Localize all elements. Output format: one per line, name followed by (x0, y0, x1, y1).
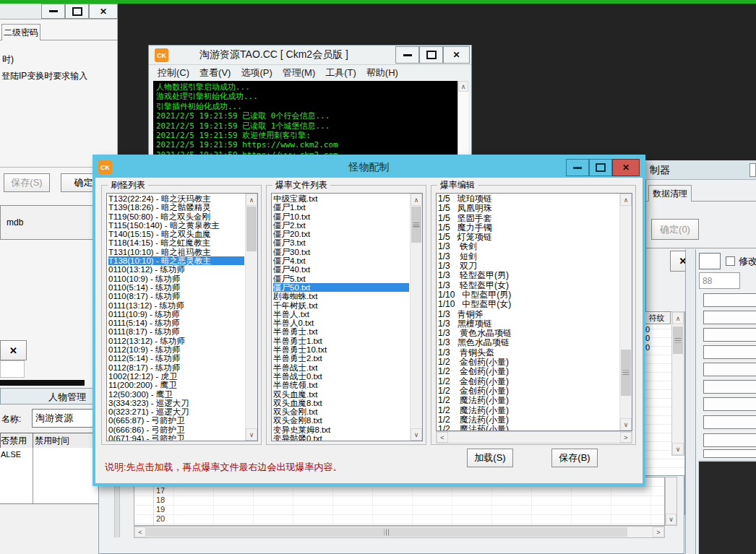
col-header-disabled[interactable]: 否禁用 (0, 433, 33, 449)
menu-item[interactable]: 管理(M) (283, 66, 316, 79)
list-item[interactable]: 1/3 短剑 (438, 252, 619, 261)
scrollbar-thumb[interactable] (621, 350, 631, 396)
list-item[interactable]: 双头血魔.txt (273, 390, 409, 399)
close-button[interactable]: ✕ (612, 159, 640, 176)
scroll-down-button[interactable]: ∨ (672, 443, 684, 455)
list-item[interactable]: T140(15:15) - 暗之双头血魔 (108, 230, 244, 238)
modify-checkbox[interactable] (726, 256, 735, 266)
grid-horizontal-scrollbar[interactable]: < > (134, 526, 665, 538)
list-item[interactable]: 1/2 金创药(小量) (438, 367, 619, 376)
list-item[interactable]: 0110(13:12) - 练功师 (108, 265, 244, 274)
small-tab[interactable] (0, 360, 25, 378)
minimize-button[interactable] (41, 4, 65, 19)
input-field[interactable] (703, 380, 756, 394)
list-item[interactable]: 僵尸30.txt (273, 248, 409, 256)
list-item[interactable]: 1/2 金创药(小量) (438, 358, 619, 367)
list-item[interactable]: T118(14:15) - 暗之虹魔教主 (108, 238, 244, 247)
list-item[interactable]: 半兽人.txt (273, 310, 409, 319)
list-item[interactable]: 僵尸3.txt (273, 238, 409, 247)
scroll-down-button[interactable]: ∨ (620, 418, 632, 430)
scrollbar-thumb[interactable] (146, 527, 627, 537)
vertical-scrollbar[interactable]: ∧ ∨ (619, 194, 632, 430)
list-item[interactable]: 1/3 黑色水晶项链 (438, 338, 619, 347)
list-item[interactable]: 1/3 黄色水晶项链 (438, 329, 619, 338)
maximize-button[interactable] (65, 4, 89, 19)
list-item[interactable]: 1/2 魔法药(小量) (438, 406, 619, 415)
list-item[interactable]: 0(323:271) - 巡逻大刀 (108, 407, 244, 416)
scroll-up-button[interactable]: ∧ (411, 194, 422, 206)
list-item[interactable]: 双头金刚.txt (273, 407, 409, 416)
scroll-down-button[interactable]: ∨ (666, 514, 676, 525)
monster-list-items[interactable]: T132(22:24) - 暗之沃玛教主T139(18:26) - 暗之骷髅精灵… (108, 194, 244, 441)
grid-vertical-scrollbar[interactable]: ∨ (665, 477, 677, 526)
scroll-up-button[interactable]: ∧ (458, 81, 468, 92)
droprate-file-items[interactable]: 中级宝藏.txt僵尸1.txt僵尸10.txt僵尸2.txt僵尸20.txt僵尸… (273, 194, 409, 441)
menu-item[interactable]: 选项(P) (241, 66, 272, 79)
list-item[interactable]: 0111(8:17) - 练功师 (108, 327, 244, 336)
list-item[interactable]: T131(10:10) - 暗之祖玛教主 (108, 248, 244, 256)
list-item[interactable]: 1/3 轻型盔甲(男) (438, 271, 619, 280)
maximize-button[interactable] (589, 159, 612, 176)
save-button[interactable]: 保存(B) (551, 449, 598, 467)
list-item[interactable]: 半兽勇士10.txt (273, 345, 409, 354)
list-item[interactable]: T115(150:140) - 暗之黄泉教主 (108, 221, 244, 230)
maximize-button[interactable] (419, 46, 443, 64)
console-scrollbar[interactable]: ∧ (458, 81, 468, 160)
list-item[interactable]: 1/10 中型盔甲(男) (438, 290, 619, 300)
tab-data-cleanup[interactable]: 数据清理 (648, 185, 692, 202)
list-item[interactable]: 1/3 轻型盔甲(女) (438, 281, 619, 290)
small-close-button[interactable]: ✕ (0, 340, 27, 360)
scroll-up-button[interactable]: ∧ (672, 312, 684, 324)
menu-item[interactable]: 查看(V) (199, 66, 231, 79)
minimize-button[interactable] (566, 159, 589, 176)
droprate-editor-items[interactable]: 1/5 琥珀项链1/5 凤凰明珠1/5 坚固手套1/5 魔力手镯1/5 灯笼项链… (438, 194, 619, 430)
list-item[interactable]: 僵尸50.txt (273, 283, 409, 292)
list-item[interactable]: 1/10 中型盔甲(女) (438, 300, 619, 309)
scrollbar-thumb[interactable] (673, 326, 683, 354)
list-item[interactable]: 1/3 双刀 (438, 261, 619, 271)
list-item[interactable]: 0111(5:14) - 练功师 (108, 319, 244, 327)
input-field[interactable] (703, 363, 756, 376)
scroll-left-button[interactable]: < (134, 527, 146, 537)
input-field[interactable] (703, 415, 756, 429)
minimize-button[interactable] (395, 46, 419, 64)
scroll-up-button[interactable]: ∧ (246, 194, 257, 206)
list-item[interactable]: 1/3 青铜斧 (438, 310, 619, 319)
list-item[interactable]: 1/5 魔力手镯 (438, 223, 619, 233)
list-item[interactable]: 半兽战士0.txt (273, 372, 409, 381)
monster-listbox[interactable]: T132(22:24) - 暗之沃玛教主T139(18:26) - 暗之骷髅精灵… (106, 193, 258, 441)
close-button[interactable]: ✕ (89, 4, 118, 19)
list-item[interactable]: 1/2 魔法药(小量) (438, 396, 619, 405)
scroll-right-button[interactable]: > (620, 432, 632, 443)
input-field[interactable] (703, 433, 756, 447)
menu-item[interactable]: 工具(T) (325, 66, 356, 79)
list-item[interactable]: 双头血魔8.txt (273, 399, 409, 407)
list-item[interactable]: 半兽人0.txt (273, 319, 409, 327)
list-item[interactable]: 11(200:200) - 鹰卫 (108, 381, 244, 389)
list-item[interactable]: 中级宝藏.txt (273, 194, 409, 203)
value-88-input[interactable]: 88 (699, 272, 740, 289)
list-item[interactable]: 0112(10:9) - 练功师 (108, 345, 244, 354)
list-item[interactable]: 1/3 铁剑 (438, 242, 619, 251)
list-item[interactable]: 1/5 凤凰明珠 (438, 204, 619, 213)
menu-item[interactable]: 控制(C) (158, 66, 189, 79)
input-field[interactable] (703, 397, 756, 411)
ok-button[interactable]: 确定(0) (651, 219, 699, 240)
vertical-scrollbar[interactable]: ∧ ∨ (245, 194, 257, 441)
input-field[interactable] (703, 311, 756, 324)
list-item[interactable]: 1/3 黑檀项链 (438, 319, 619, 329)
list-item[interactable]: 0(671:94) - 弓箭护卫 (108, 434, 244, 441)
list-item[interactable]: 双头金刚8.txt (273, 416, 409, 425)
list-item[interactable]: 变异骷髅0.txt (273, 434, 409, 441)
list-item[interactable]: 12(50:300) - 鹰卫 (108, 390, 244, 399)
list-item[interactable]: 僵尸4.txt (273, 256, 409, 265)
close-button[interactable]: ✕ (443, 46, 470, 64)
scroll-down-button[interactable]: ∨ (411, 428, 422, 441)
input-field[interactable] (703, 328, 756, 342)
list-item[interactable]: T139(18:26) - 暗之骷髅精灵 (108, 203, 244, 212)
scrollbar-thumb[interactable] (411, 207, 421, 243)
list-item[interactable]: T138(10:10) - 暗之恶灵教主 (108, 256, 244, 265)
list-item[interactable]: 1/2 金创药(小量) (438, 386, 619, 396)
droprate-files-listbox[interactable]: 中级宝藏.txt僵尸1.txt僵尸10.txt僵尸2.txt僵尸20.txt僵尸… (271, 193, 423, 441)
list-item[interactable]: 0111(13:12) - 练功师 (108, 301, 244, 310)
